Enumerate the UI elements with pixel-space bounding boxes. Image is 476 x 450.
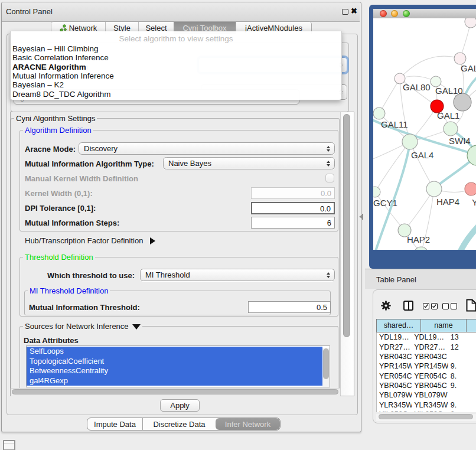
- network-edge[interactable]: [454, 224, 476, 250]
- table-cell: YIL052C: [412, 410, 448, 412]
- dropdown-item[interactable]: Bayesian – K2: [12, 80, 64, 89]
- list-item[interactable]: SelfLoops: [27, 347, 322, 357]
- table-row[interactable]: YDR27…YDR27…12: [377, 342, 476, 351]
- columns-icon[interactable]: [403, 301, 413, 311]
- mi-threshold-field[interactable]: 0.5: [248, 301, 331, 313]
- network-node[interactable]: [454, 93, 471, 111]
- table-hscrollbar-thumb[interactable]: [379, 414, 473, 419]
- minimize-traffic-light[interactable]: [391, 10, 398, 17]
- table-cell: YBR045C: [377, 381, 412, 390]
- table-row[interactable]: YBR043CYBR043C: [377, 352, 476, 361]
- table-row[interactable]: YBR045CYBR045C9.: [377, 381, 476, 390]
- dpi-tolerance-label: DPI Tolerance [0,1]:: [25, 204, 96, 213]
- table-row[interactable]: YBL079WYBL079W: [377, 390, 476, 400]
- dpi-tolerance-field[interactable]: 0.0: [251, 202, 335, 214]
- list-item[interactable]: BetweennessCentrality: [27, 366, 322, 376]
- dropdown-item[interactable]: Bayesian – Hill Climbing: [12, 44, 99, 53]
- table-cell: 8.: [448, 372, 476, 380]
- close-icon[interactable]: ✖: [351, 6, 357, 15]
- algorithm-definition-title: Algorithm Definition: [23, 126, 93, 135]
- table-cell: YBR045C: [412, 381, 448, 390]
- docked-panel-icon[interactable]: [3, 440, 15, 450]
- sources-group-title-text: Sources for Network Inference: [25, 322, 129, 331]
- network-node-label: GAL80: [403, 82, 431, 92]
- dropdown-item[interactable]: Dream8 DC_TDC Algorithm: [12, 90, 111, 99]
- page: Control Panel ✖ NetworkStyleSelectCyni T…: [0, 0, 476, 450]
- deselect-all-icon[interactable]: [442, 303, 457, 309]
- table-cell: 9.: [448, 362, 476, 370]
- table-row[interactable]: YER054CYER054C8.: [377, 371, 476, 380]
- table-cell: YDR27…: [377, 343, 412, 351]
- mi-type-select[interactable]: Naive Bayes: [163, 157, 335, 169]
- table-cell: YPR145W: [412, 362, 448, 370]
- table-panel-title: Table Panel: [376, 275, 416, 284]
- splitter-arrow-icon[interactable]: [362, 214, 363, 220]
- kernel-width-label: Kernel Width (0,1):: [25, 189, 93, 198]
- table-cell: YBL079W: [377, 391, 412, 399]
- network-node[interactable]: [465, 182, 476, 195]
- dropdown-item[interactable]: Basic Correlation Inference: [12, 53, 109, 62]
- close-traffic-light[interactable]: [380, 10, 387, 17]
- network-window-titlebar[interactable]: [373, 9, 476, 19]
- mi-steps-label: Mutual Information Steps:: [25, 219, 119, 227]
- network-node[interactable]: [373, 187, 380, 197]
- export-table-icon[interactable]: [466, 299, 476, 312]
- table-cell: 13: [448, 333, 476, 341]
- table-row[interactable]: YLR345WYLR345W9.: [377, 400, 476, 409]
- dropdown-item[interactable]: ARACNE Algorithm: [12, 63, 86, 71]
- table-row[interactable]: YPR145WYPR145W9.: [377, 361, 476, 371]
- table-row[interactable]: YDL19…YDL19…13: [377, 332, 476, 342]
- bottom-tab-bar: Impute DataDiscretize DataInfer Network: [87, 418, 281, 431]
- table-cell: 0.: [448, 410, 476, 412]
- float-window-icon[interactable]: [342, 9, 348, 15]
- network-node[interactable]: [373, 107, 385, 119]
- manual-kernel-label: Manual Kernel Width Definition: [25, 174, 138, 183]
- collapse-arrow-icon[interactable]: [132, 324, 141, 330]
- table-cell: YDL19…: [377, 333, 412, 341]
- hub-definition-toggle[interactable]: Hub/Transcription Factor Definition: [25, 236, 155, 245]
- apply-button[interactable]: Apply: [160, 399, 200, 412]
- table-header-cell[interactable]: shared…: [377, 319, 420, 332]
- table-cell: YBR043C: [377, 353, 412, 361]
- which-threshold-select[interactable]: MI Threshold: [140, 269, 335, 281]
- dropdown-item[interactable]: Mutual Information Inference: [12, 71, 114, 80]
- settings-hscrollbar-thumb[interactable]: [12, 389, 338, 394]
- network-node[interactable]: [465, 18, 476, 28]
- settings-vscrollbar-thumb[interactable]: [343, 114, 350, 337]
- network-edge[interactable]: [400, 56, 460, 79]
- list-vscrollbar-thumb[interactable]: [323, 348, 329, 379]
- network-node[interactable]: [444, 122, 458, 136]
- manual-kernel-checkbox[interactable]: [325, 174, 334, 182]
- table-body: YDL19…YDL19…13YDR27…YDR27…12YBR043CYBR04…: [376, 332, 476, 412]
- data-attributes-list[interactable]: SelfLoopsTopologicalCoefficientBetweenne…: [26, 345, 330, 387]
- bottom-tab-impute-data[interactable]: Impute Data: [87, 418, 142, 430]
- table-cell: YLR345W: [412, 401, 448, 409]
- table-header-cell[interactable]: [466, 319, 476, 332]
- cyni-settings-group-title: Cyni Algorithm Settings: [14, 114, 97, 123]
- network-node[interactable]: [426, 181, 442, 197]
- apply-button-label: Apply: [170, 401, 190, 410]
- mi-steps-field[interactable]: 6: [251, 217, 335, 229]
- gear-icon[interactable]: [381, 301, 391, 311]
- mi-threshold-label: Mutual Information Threshold:: [29, 303, 140, 312]
- table-cell: 9.: [448, 381, 476, 390]
- control-panel-titlebar[interactable]: [2, 2, 360, 22]
- bottom-tab-infer-network[interactable]: Infer Network: [216, 418, 280, 430]
- network-node-label: HAP4: [436, 197, 459, 207]
- spinner-arrows-icon: [324, 161, 332, 167]
- list-item[interactable]: TopologicalCoefficient: [27, 357, 322, 367]
- network-node[interactable]: [402, 134, 418, 149]
- table-row[interactable]: YIL052CYIL052C0.: [377, 410, 476, 412]
- kernel-width-field[interactable]: 0.0: [251, 187, 335, 199]
- zoom-traffic-light[interactable]: [403, 10, 410, 17]
- bottom-tab-discretize-data[interactable]: Discretize Data: [142, 418, 216, 430]
- aracne-mode-select[interactable]: Discovery: [79, 142, 335, 155]
- splitter-arrow-tip[interactable]: [359, 215, 362, 219]
- network-canvas[interactable]: GALGAL80GAL10GAL1GAL11SWI4GAL4GCY1HAP4YH…: [373, 18, 476, 250]
- select-all-icon[interactable]: [423, 303, 438, 309]
- list-item[interactable]: gal4RGexp: [27, 376, 322, 386]
- expand-arrow-icon: [150, 237, 155, 244]
- spinner-arrows-icon: [324, 272, 332, 278]
- table-header-cell[interactable]: name: [420, 319, 466, 332]
- network-node[interactable]: [454, 53, 466, 64]
